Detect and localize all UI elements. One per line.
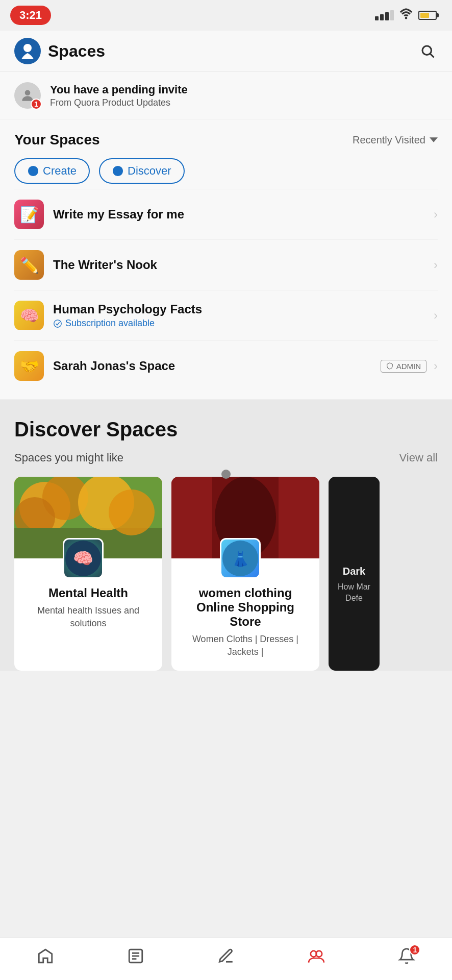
women-clothing-name: women clothing Online Shopping Store — [181, 586, 310, 629]
discover-title: Discover Spaces — [14, 418, 438, 441]
view-all-button[interactable]: View all — [399, 451, 438, 464]
space-card-mental-health[interactable]: 🧠 Mental Health Mental health Issues and… — [14, 477, 162, 671]
dark-body: Dark How Mar Defe — [329, 558, 380, 611]
essay-space-name: Write my Essay for me — [53, 207, 432, 222]
nav-feed[interactable] — [127, 947, 144, 965]
svg-text:🧠: 🧠 — [73, 549, 93, 568]
invite-avatar: 1 — [14, 82, 41, 109]
app-header: Spaces — [0, 31, 452, 72]
dark-desc: How Mar Defe — [335, 581, 373, 604]
discover-subtitle: Spaces you might like — [14, 451, 123, 464]
status-time: 3:21 — [10, 6, 51, 25]
pending-invite-banner[interactable]: 1 You have a pending invite From Quora P… — [0, 72, 452, 119]
women-clothing-desc: Women Cloths | Dresses | Jackets | — [181, 633, 310, 658]
psychology-subscription: Subscription available — [53, 318, 432, 329]
carousel-scroll[interactable]: 🧠 Mental Health Mental health Issues and… — [14, 477, 438, 671]
psychology-name: Human Psychology Facts — [53, 302, 432, 316]
dark-name: Dark — [335, 566, 373, 577]
svg-point-1 — [23, 44, 32, 52]
discover-subheader: Spaces you might like View all — [14, 451, 438, 464]
chevron-right-icon: › — [434, 207, 438, 222]
your-spaces-section: Your Spaces Recently Visited Create Disc… — [0, 119, 452, 400]
invite-text: You have a pending invite From Quora Pro… — [50, 83, 188, 108]
header-left: Spaces — [14, 38, 105, 64]
space-item-essay[interactable]: 📝 Write my Essay for me › — [14, 189, 438, 239]
sarah-name: Sarah Jonas's Space — [53, 359, 381, 373]
chevron-right-icon: › — [434, 308, 438, 323]
psychology-info: Human Psychology Facts Subscription avai… — [53, 302, 432, 329]
discover-carousel: 🧠 Mental Health Mental health Issues and… — [14, 477, 438, 671]
psychology-icon: 🧠 — [14, 301, 44, 330]
svg-line-3 — [431, 54, 434, 58]
svg-point-2 — [422, 46, 432, 55]
recently-visited-label: Recently Visited — [353, 134, 425, 146]
your-spaces-header: Your Spaces Recently Visited — [14, 132, 438, 148]
chevron-right-icon: › — [434, 359, 438, 373]
sarah-info: Sarah Jonas's Space — [53, 359, 381, 373]
mental-health-name: Mental Health — [23, 586, 153, 600]
writers-nook-icon: ✏️ — [14, 250, 44, 280]
nav-spaces[interactable] — [308, 947, 325, 965]
nav-notifications[interactable]: 1 — [398, 947, 415, 965]
create-label: Create — [43, 164, 77, 178]
svg-text:👗: 👗 — [232, 551, 249, 568]
recently-visited-filter[interactable]: Recently Visited — [353, 134, 438, 146]
svg-point-16 — [109, 489, 155, 535]
svg-point-9 — [54, 320, 61, 327]
writers-nook-info: The Writer's Nook — [53, 258, 432, 272]
status-bar: 3:21 — [0, 0, 452, 31]
battery-icon — [418, 11, 437, 20]
notification-badge: 1 — [409, 944, 420, 955]
space-item-sarah[interactable]: 🤝 Sarah Jonas's Space ADMIN › — [14, 340, 438, 391]
invite-subtitle: From Quora Product Updates — [50, 97, 188, 108]
your-spaces-title: Your Spaces — [14, 132, 100, 148]
invite-title: You have a pending invite — [50, 83, 188, 96]
wifi-icon — [399, 7, 413, 24]
admin-badge: ADMIN — [381, 360, 426, 373]
invite-badge: 1 — [31, 99, 42, 110]
sarah-jonas-icon: 🤝 — [14, 351, 44, 381]
space-item-psychology[interactable]: 🧠 Human Psychology Facts Subscription av… — [14, 290, 438, 340]
search-button[interactable] — [417, 41, 438, 61]
writers-nook-name: The Writer's Nook — [53, 258, 432, 272]
create-space-button[interactable]: Create — [14, 158, 90, 184]
space-item-writers-nook[interactable]: ✏️ The Writer's Nook › — [14, 239, 438, 290]
dark-cover — [329, 477, 380, 558]
bottom-nav: 1 — [0, 938, 452, 980]
space-card-women-clothing[interactable]: 👗 women clothing Online Shopping Store W… — [171, 477, 319, 671]
nav-home[interactable] — [37, 947, 54, 965]
discover-space-button[interactable]: Discover — [99, 158, 185, 184]
page-title: Spaces — [48, 42, 105, 61]
discover-label: Discover — [128, 164, 171, 178]
mental-health-body: Mental Health Mental health Issues and s… — [14, 579, 162, 640]
carousel-indicator — [221, 470, 231, 479]
mental-health-desc: Mental health Issues and solutions — [23, 604, 153, 630]
spaces-action-buttons: Create Discover — [14, 158, 438, 184]
women-clothing-avatar: 👗 — [220, 538, 261, 579]
women-clothing-body: women clothing Online Shopping Store Wom… — [171, 579, 319, 669]
essay-space-info: Write my Essay for me — [53, 207, 432, 222]
svg-point-0 — [405, 17, 408, 19]
quora-logo-avatar — [14, 38, 41, 64]
discover-section: Discover Spaces Spaces you might like Vi… — [0, 400, 452, 671]
chevron-right-icon: › — [434, 258, 438, 272]
signal-bars-icon — [375, 10, 394, 20]
nav-write[interactable] — [217, 947, 235, 965]
mental-health-avatar: 🧠 — [63, 538, 104, 579]
space-card-dark-partial[interactable]: Dark How Mar Defe — [329, 477, 380, 671]
essay-space-icon: 📝 — [14, 200, 44, 229]
status-icons — [375, 7, 437, 24]
